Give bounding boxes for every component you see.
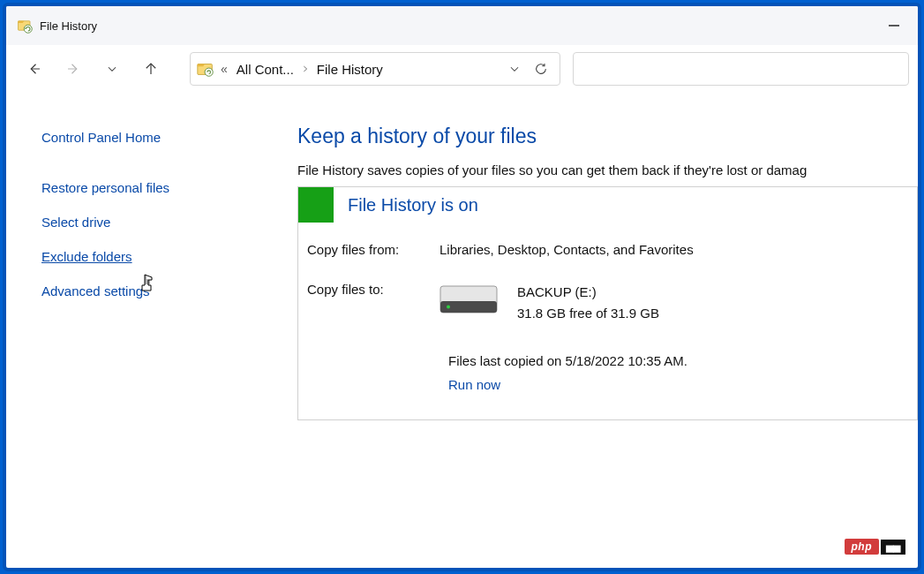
status-indicator-icon xyxy=(298,187,334,223)
link-advanced-settings[interactable]: Advanced settings xyxy=(41,282,297,300)
sidebar: Control Panel Home Restore personal file… xyxy=(6,93,297,568)
address-dropdown[interactable] xyxy=(501,63,528,75)
svg-point-7 xyxy=(205,68,213,76)
page-description: File History saves copies of your files … xyxy=(297,162,918,177)
recent-dropdown[interactable] xyxy=(94,51,130,87)
up-button[interactable] xyxy=(133,51,169,87)
copy-from-label: Copy files from: xyxy=(307,242,439,257)
back-button[interactable] xyxy=(17,51,52,87)
link-select-drive[interactable]: Select drive xyxy=(41,213,297,231)
folder-icon xyxy=(196,59,215,79)
link-run-now[interactable]: Run now xyxy=(448,377,500,392)
nav-row: « All Cont... File History xyxy=(6,45,918,93)
breadcrumb-seg-filehistory[interactable]: File History xyxy=(312,62,388,77)
svg-point-10 xyxy=(447,306,450,309)
page-heading: Keep a history of your files xyxy=(297,125,918,148)
main-pane: Keep a history of your files File Histor… xyxy=(297,93,918,568)
status-text: File History is on xyxy=(334,195,478,215)
breadcrumb-root-chevron[interactable]: « xyxy=(217,62,231,76)
forward-button[interactable] xyxy=(56,51,91,87)
watermark-badge: php ▅▅ xyxy=(845,538,906,555)
drive-icon xyxy=(439,285,498,315)
last-copied-text: Files last copied on 5/18/2022 10:35 AM. xyxy=(448,349,908,373)
file-history-icon xyxy=(17,18,33,34)
status-panel: File History is on Copy files from: Libr… xyxy=(297,186,918,420)
drive-name: BACKUP (E:) xyxy=(517,282,659,303)
address-bar[interactable]: « All Cont... File History xyxy=(190,52,560,86)
titlebar: File History xyxy=(6,6,918,45)
search-input[interactable] xyxy=(573,52,909,86)
refresh-button[interactable] xyxy=(528,62,554,76)
breadcrumb-seg-allcontrol[interactable]: All Cont... xyxy=(231,62,299,77)
link-exclude-folders[interactable]: Exclude folders xyxy=(41,247,297,266)
badge-cn: ▅▅ xyxy=(881,540,905,555)
link-control-panel-home[interactable]: Control Panel Home xyxy=(41,128,297,147)
chevron-right-icon[interactable] xyxy=(299,64,312,73)
drive-space: 31.8 GB free of 31.9 GB xyxy=(517,303,659,324)
window-title: File History xyxy=(40,19,97,33)
copy-from-value: Libraries, Desktop, Contacts, and Favori… xyxy=(439,242,908,257)
badge-php: php xyxy=(845,539,880,555)
minimize-button[interactable] xyxy=(881,12,907,39)
link-restore-personal-files[interactable]: Restore personal files xyxy=(41,178,297,197)
copy-to-label: Copy files to: xyxy=(307,282,439,324)
